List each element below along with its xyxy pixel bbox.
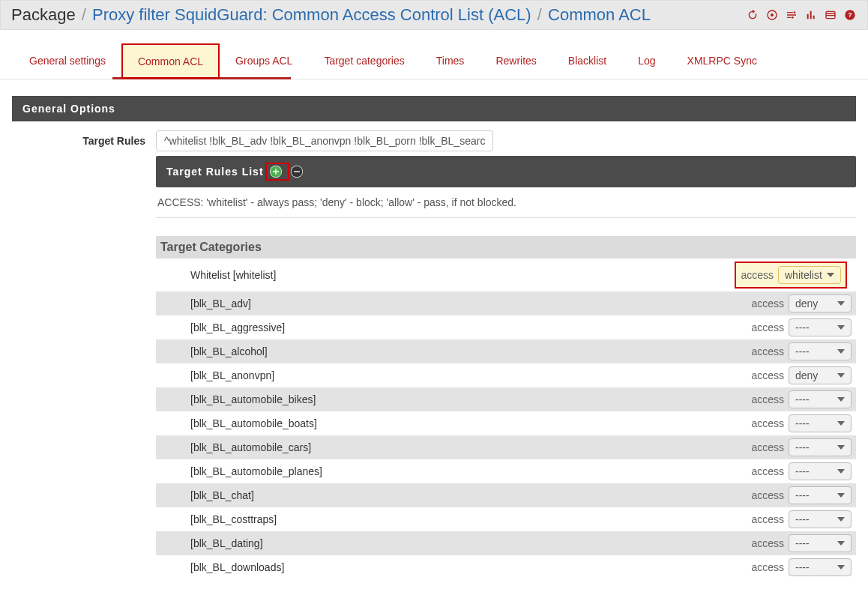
table-row: [blk_BL_automobile_bikes]access----white… [156,387,856,411]
category-name: [blk_BL_automobile_planes] [156,459,730,483]
access-select[interactable]: ----whitelistdenyallow [789,486,852,504]
access-select[interactable]: ----whitelistdenyallow [789,438,852,456]
table-row: [blk_BL_automobile_boats]access----white… [156,411,856,435]
category-access-cell: access----whitelistdenyallow [730,292,856,315]
category-access-cell: access----whitelistdenyallow [730,387,856,411]
category-name: [blk_BL_automobile_boats] [156,411,730,435]
access-label: access [751,441,784,453]
target-rules-row: Target Rules [12,121,856,156]
access-label: access [751,297,784,309]
access-label: access [751,417,784,429]
access-select[interactable]: ----whitelistdenyallow [789,366,852,384]
tab-blacklist[interactable]: Blacklist [552,43,622,79]
access-highlight: access----whitelistdenyallow [735,262,847,289]
category-access-cell: access----whitelistdenyallow [730,483,856,507]
target-rules-list-title: Target Rules List [166,166,264,178]
category-access-cell: access----whitelistdenyallow [730,339,856,363]
breadcrumb-page[interactable]: Common ACL [548,5,651,24]
access-select[interactable]: ----whitelistdenyallow [789,390,852,408]
target-rules-label: Target Rules [12,130,156,147]
access-select[interactable]: ----whitelistdenyallow [789,342,852,360]
access-label: access [741,269,774,281]
breadcrumb-section[interactable]: Proxy filter SquidGuard: Common Access C… [92,5,531,24]
svg-point-2 [794,11,796,13]
tab-rewrites[interactable]: Rewrites [480,43,552,79]
category-name: [blk_BL_alcohol] [156,339,730,363]
access-select[interactable]: ----whitelistdenyallow [789,318,852,336]
table-row: [blk_BL_anonvpn]access----whitelistdenya… [156,363,856,387]
category-access-cell: access----whitelistdenyallow [730,315,856,339]
minus-icon[interactable] [291,166,303,178]
category-name: [blk_BL_adv] [156,292,730,315]
category-name: [blk_BL_automobile_cars] [156,435,730,459]
access-select[interactable]: ----whitelistdenyallow [789,294,852,312]
access-label: access [751,321,784,333]
access-label: access [751,513,784,525]
categories-table: Target Categories Whitelist [whitelist]a… [156,236,856,579]
page-header: Package / Proxy filter SquidGuard: Commo… [0,0,868,30]
svg-text:?: ? [848,11,852,19]
category-access-cell: access----whitelistdenyallow [730,435,856,459]
access-label: access [751,393,784,405]
tab-general-settings[interactable]: General settings [13,43,121,79]
access-select[interactable]: ----whitelistdenyallow [778,266,841,284]
category-access-cell: access----whitelistdenyallow [730,259,856,292]
category-name: [blk_BL_aggressive] [156,315,730,339]
target-rules-input[interactable] [156,130,493,151]
category-name: [blk_BL_automobile_bikes] [156,387,730,411]
category-access-cell: access----whitelistdenyallow [730,459,856,483]
expand-highlight [265,163,289,181]
category-name: [blk_BL_dating] [156,531,730,555]
header-actions: ? [746,8,857,22]
category-name: [blk_BL_costtraps] [156,507,730,531]
breadcrumb: Package / Proxy filter SquidGuard: Commo… [11,5,651,25]
target-icon[interactable] [765,8,779,22]
access-select[interactable]: ----whitelistdenyallow [789,558,852,576]
tabs: General settingsCommon ACLGroups ACLTarg… [0,30,868,79]
tab-times[interactable]: Times [421,43,480,79]
category-access-cell: access----whitelistdenyallow [730,411,856,435]
table-row: [blk_BL_chat]access----whitelistdenyallo… [156,483,856,507]
help-icon[interactable]: ? [843,8,857,22]
table-row: [blk_BL_costtraps]access----whitelistden… [156,507,856,531]
tab-common-acl[interactable]: Common ACL [121,43,220,79]
table-row: [blk_BL_aggressive]access----whitelistde… [156,315,856,339]
table-row: Whitelist [whitelist]access----whitelist… [156,259,856,292]
category-access-cell: access----whitelistdenyallow [730,531,856,555]
access-legend: ACCESS: 'whitelist' - always pass; 'deny… [156,187,856,218]
bar-chart-icon[interactable] [804,8,818,22]
svg-point-1 [771,13,774,16]
category-name: Whitelist [whitelist] [156,259,730,292]
category-access-cell: access----whitelistdenyallow [730,555,856,579]
tab-xmlrpc-sync[interactable]: XMLRPC Sync [672,43,773,79]
access-select[interactable]: ----whitelistdenyallow [789,414,852,432]
refresh-icon[interactable] [746,8,759,22]
tab-log[interactable]: Log [622,43,671,79]
categories-header: Target Categories [156,236,856,259]
access-label: access [751,537,784,549]
access-label: access [751,369,784,381]
target-rules-list-header: Target Rules List [156,156,856,187]
category-name: [blk_BL_anonvpn] [156,363,730,387]
table-row: [blk_BL_automobile_planes]access----whit… [156,459,856,483]
plus-icon[interactable] [270,166,282,178]
table-row: [blk_BL_alcohol]access----whitelistdenya… [156,339,856,363]
access-label: access [751,345,784,357]
tab-target-categories[interactable]: Target categories [308,43,420,79]
list-icon[interactable] [824,8,837,22]
access-label: access [751,561,784,573]
access-select[interactable]: ----whitelistdenyallow [789,462,852,480]
table-row: [blk_BL_downloads]access----whitelistden… [156,555,856,579]
table-row: [blk_BL_dating]access----whitelistdenyal… [156,531,856,555]
table-row: [blk_BL_automobile_cars]access----whitel… [156,435,856,459]
access-select[interactable]: ----whitelistdenyallow [789,510,852,528]
category-name: [blk_BL_chat] [156,483,730,507]
access-select[interactable]: ----whitelistdenyallow [789,534,852,552]
categories-body: Whitelist [whitelist]access----whitelist… [156,259,856,579]
breadcrumb-package: Package [11,5,76,24]
tab-groups-acl[interactable]: Groups ACL [220,43,308,79]
category-access-cell: access----whitelistdenyallow [730,363,856,387]
access-label: access [751,489,784,501]
category-name: [blk_BL_downloads] [156,555,730,579]
sliders-icon[interactable] [785,8,798,22]
